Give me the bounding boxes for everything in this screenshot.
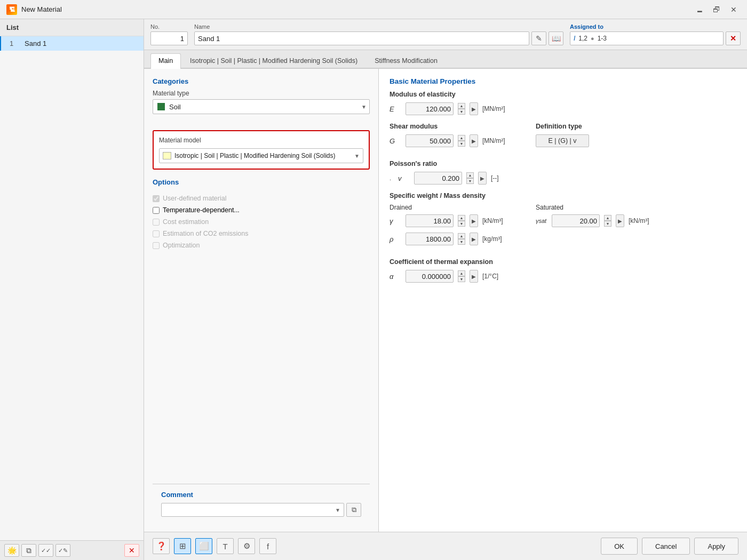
book-button[interactable]: 📖 bbox=[549, 31, 563, 45]
option-co2-estimation-checkbox[interactable] bbox=[153, 230, 160, 237]
thermal-label: Coefficient of thermal expansion bbox=[390, 258, 736, 266]
option-cost-estimation[interactable]: Cost estimation bbox=[153, 218, 370, 226]
G-spin-down[interactable]: ▼ bbox=[458, 141, 465, 147]
drained-saturated-row: Drained γ 18.00 ▲ ▼ bbox=[390, 204, 736, 251]
G-arrow-button[interactable]: ▶ bbox=[470, 134, 478, 147]
cancel-button[interactable]: Cancel bbox=[642, 538, 690, 555]
material-type-row: Material type Soil ▼ bbox=[153, 90, 370, 114]
settings-button[interactable]: ⚙ bbox=[238, 538, 255, 554]
rho-arrow-button[interactable]: ▶ bbox=[470, 233, 478, 245]
option-optimization[interactable]: Optimization bbox=[153, 242, 370, 249]
v-var: v bbox=[398, 174, 410, 182]
formula-button[interactable]: f bbox=[259, 538, 276, 554]
material-type-dropdown-wrapper: Soil ▼ bbox=[153, 99, 370, 114]
v-spin-down[interactable]: ▼ bbox=[466, 178, 474, 184]
rho-var: ρ bbox=[390, 235, 401, 243]
E-arrow-button[interactable]: ▶ bbox=[470, 102, 478, 115]
option-user-defined[interactable]: User-defined material bbox=[153, 195, 370, 202]
delete-material-button[interactable]: ✕ bbox=[124, 544, 139, 557]
gamma-value: 18.00 bbox=[433, 217, 451, 225]
v-spin-up[interactable]: ▲ bbox=[466, 172, 474, 178]
gamma-sat-spin-up[interactable]: ▲ bbox=[604, 215, 611, 221]
material-model-dropdown[interactable]: Isotropic | Soil | Plastic | Modified Ha… bbox=[159, 148, 363, 163]
option-user-defined-label: User-defined material bbox=[163, 195, 227, 202]
option-optimization-checkbox[interactable] bbox=[153, 242, 160, 249]
apply-button[interactable]: Apply bbox=[694, 538, 738, 555]
tabs-bar: Main Isotropic | Soil | Plastic | Modifi… bbox=[144, 50, 747, 69]
gamma-sat-var: γsat bbox=[536, 218, 547, 224]
material-type-dropdown[interactable]: Soil ▼ bbox=[153, 99, 370, 114]
remove-assignment-button[interactable]: ✕ bbox=[726, 31, 741, 45]
option-cost-estimation-checkbox[interactable] bbox=[153, 219, 160, 226]
app-icon: 🏗 bbox=[6, 4, 17, 15]
footer-dialog-buttons: OK Cancel Apply bbox=[601, 538, 738, 555]
check2-button[interactable]: ✓✎ bbox=[55, 544, 70, 557]
G-spin-up[interactable]: ▲ bbox=[458, 135, 465, 141]
alpha-spin-down[interactable]: ▼ bbox=[458, 276, 465, 282]
gamma-sat-spin-down[interactable]: ▼ bbox=[604, 221, 611, 227]
check1-button[interactable]: ✓✓ bbox=[38, 544, 53, 557]
alpha-arrow-button[interactable]: ▶ bbox=[470, 270, 478, 283]
rho-property-row: ρ 1800.00 ▲ ▼ ▶ [kg/m³] bbox=[390, 233, 514, 245]
comment-copy-button[interactable]: ⧉ bbox=[346, 503, 361, 517]
modulus-label: Modulus of elasticity bbox=[390, 91, 736, 98]
E-spin-up[interactable]: ▲ bbox=[458, 103, 465, 109]
dropdown-arrow-icon: ▼ bbox=[361, 104, 367, 110]
option-temp-dependent[interactable]: Temperature-dependent... bbox=[153, 206, 370, 214]
table-button[interactable]: ⊞ bbox=[174, 538, 191, 554]
G-property-row: G 50.000 ▲ ▼ ▶ [MN/m²] bbox=[390, 134, 514, 147]
tab-main[interactable]: Main bbox=[150, 53, 181, 69]
G-unit: [MN/m²] bbox=[482, 137, 514, 145]
option-user-defined-checkbox[interactable] bbox=[153, 195, 160, 202]
copy-material-button[interactable]: ⧉ bbox=[21, 544, 36, 557]
help-button[interactable]: ❓ bbox=[153, 538, 170, 554]
option-co2-estimation[interactable]: Estimation of CO2 emissions bbox=[153, 230, 370, 237]
option-temp-dependent-checkbox[interactable] bbox=[153, 207, 160, 214]
E-spin-down[interactable]: ▼ bbox=[458, 109, 465, 115]
maximize-button[interactable]: 🗗 bbox=[710, 4, 724, 15]
rho-spin-up[interactable]: ▲ bbox=[458, 233, 465, 239]
E-input: 120.000 bbox=[406, 102, 454, 115]
shear-col: Shear modulus G 50.000 ▲ ▼ bbox=[390, 123, 514, 153]
tab-stiffness[interactable]: Stiffness Modification bbox=[367, 53, 446, 68]
gamma-property-row: γ 18.00 ▲ ▼ ▶ [kN/m³] bbox=[390, 214, 514, 227]
specific-weight-label: Specific weight / Mass density bbox=[390, 192, 736, 199]
content-area: No. 1 Name ✎ 📖 Assigned to bbox=[144, 19, 747, 560]
assigned-range: 1-3 bbox=[598, 35, 607, 42]
tab-isotropic[interactable]: Isotropic | Soil | Plastic | Modified Ha… bbox=[182, 53, 365, 68]
gamma-spin-down[interactable]: ▼ bbox=[458, 221, 465, 227]
option-cost-estimation-label: Cost estimation bbox=[163, 218, 209, 226]
alpha-spin-up[interactable]: ▲ bbox=[458, 270, 465, 276]
assigned-label: Assigned to bbox=[570, 23, 741, 30]
gamma-sat-arrow-button[interactable]: ▶ bbox=[616, 214, 624, 227]
gamma-sat-unit: [kN/m³] bbox=[629, 217, 661, 225]
v-arrow-button[interactable]: ▶ bbox=[478, 172, 487, 185]
edit-name-button[interactable]: ✎ bbox=[531, 31, 546, 45]
name-input[interactable] bbox=[198, 35, 526, 43]
minimize-button[interactable]: 🗕 bbox=[693, 4, 706, 15]
v-property-row: . v 0.200 ▲ ▼ ▶ [--] bbox=[390, 172, 736, 185]
gamma-arrow-button[interactable]: ▶ bbox=[470, 214, 478, 227]
sidebar-item-sand1[interactable]: 1 Sand 1 bbox=[0, 36, 144, 51]
shear-label: Shear modulus bbox=[390, 123, 514, 130]
v-spin-buttons: ▲ ▼ bbox=[466, 172, 474, 184]
footer-icons: ❓ ⊞ ⬜ T ⚙ f bbox=[153, 538, 276, 554]
gamma-spin-up[interactable]: ▲ bbox=[458, 215, 465, 221]
surface-button[interactable]: ⬜ bbox=[195, 538, 212, 554]
rho-spin-down[interactable]: ▼ bbox=[458, 239, 465, 245]
gamma-sat-input: 20.00 bbox=[552, 214, 600, 227]
ok-button[interactable]: OK bbox=[601, 538, 638, 555]
v-value: 0.200 bbox=[442, 174, 459, 182]
comment-dropdown[interactable]: ▼ bbox=[161, 503, 344, 517]
gamma-sat-value: 20.00 bbox=[579, 217, 597, 225]
assigned-nodes: 1,2 bbox=[578, 35, 587, 42]
shear-section: Shear modulus G 50.000 ▲ ▼ bbox=[390, 123, 736, 153]
basic-props-title: Basic Material Properties bbox=[390, 77, 736, 85]
saturated-label: Saturated bbox=[536, 204, 661, 211]
footer: ❓ ⊞ ⬜ T ⚙ f OK Cancel Apply bbox=[144, 532, 747, 560]
close-button[interactable]: ✕ bbox=[727, 4, 741, 15]
add-material-button[interactable]: 🌟 bbox=[4, 544, 19, 557]
sidebar-list: 1 Sand 1 bbox=[0, 36, 144, 540]
text-button[interactable]: T bbox=[217, 538, 234, 554]
sidebar-toolbar: 🌟 ⧉ ✓✓ ✓✎ ✕ bbox=[0, 540, 144, 560]
